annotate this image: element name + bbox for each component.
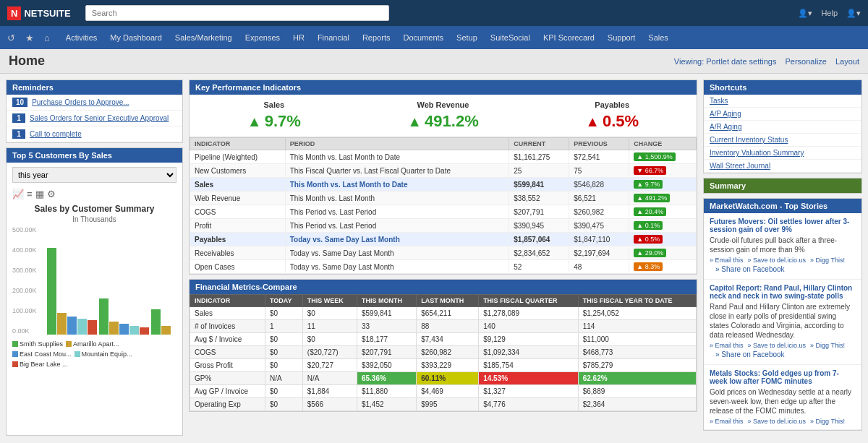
search-input[interactable]	[85, 5, 389, 21]
nav-financial[interactable]: Financial	[312, 29, 355, 46]
profile-icon[interactable]: 👤▾	[846, 9, 861, 18]
nav-sales[interactable]: Sales	[642, 29, 674, 46]
nav-sales-marketing[interactable]: Sales/Marketing	[169, 29, 238, 46]
fm-td-month: $392,050	[357, 359, 416, 372]
news-digg-3[interactable]: » Digg This!	[810, 418, 845, 425]
news-delicious-1[interactable]: » Save to del.icio.us	[748, 257, 807, 264]
news-actions-3: » Email this » Save to del.icio.us » Dig…	[710, 418, 856, 425]
bar-1-3	[67, 317, 77, 335]
nav-hr[interactable]: HR	[287, 29, 310, 46]
td-current: 52	[509, 260, 569, 274]
kpi-webrev: Web Revenue ▲491.2%	[359, 95, 528, 137]
change-badge: ▲ 491.2%	[634, 194, 670, 202]
star-icon[interactable]: ★	[22, 30, 37, 46]
td-previous: $260,982	[569, 205, 629, 219]
td-indicator: Payables	[190, 233, 286, 246]
table-row: Avg GP / Invoice $0 $1,884 $11,880 $4,46…	[190, 385, 697, 398]
reminder-link-3[interactable]: Call to complete	[30, 130, 82, 138]
chart-subtitle: In Thousands	[7, 215, 182, 223]
financial-metrics-table: INDICATOR TODAY THIS WEEK THIS MONTH LAS…	[190, 294, 697, 411]
news-title-3[interactable]: Metals Stocks: Gold edges up from 7-week…	[710, 369, 856, 385]
shortcut-inventory-valuation[interactable]: Inventory Valuation Summary	[704, 147, 861, 160]
fm-td-month: $18,177	[357, 333, 416, 346]
legend-item-4: Mountain Equip...	[75, 350, 132, 358]
kpi-webrev-value: ▲491.2%	[367, 112, 519, 131]
reminder-item-3[interactable]: 1 Call to complete	[7, 126, 182, 142]
reminder-badge-2: 1	[12, 113, 25, 123]
kpi-header: Key Performance Indicators	[190, 80, 697, 95]
chart-table-icon[interactable]: ≡	[27, 189, 33, 199]
refresh-icon[interactable]: ↺	[4, 30, 18, 46]
news-digg-1[interactable]: » Digg This!	[810, 257, 845, 264]
user-icon[interactable]: 👤▾	[798, 9, 812, 18]
shortcut-ap-aging[interactable]: A/P Aging	[704, 108, 861, 121]
news-share-facebook-2[interactable]: » Share on Facebook	[710, 349, 856, 360]
news-email-3[interactable]: » Email this	[710, 418, 744, 425]
legend-label-3: East Coast Mou...	[20, 350, 72, 358]
news-item-3: Metals Stocks: Gold edges up from 7-week…	[704, 365, 861, 430]
reminder-badge-3: 1	[12, 129, 25, 139]
legend-label-1: Smith Supplies	[20, 340, 63, 348]
news-digg-2[interactable]: » Digg This!	[810, 342, 845, 349]
fm-td-month: $599,841	[357, 307, 416, 320]
table-row: Avg $ / Invoice $0 $0 $18,177 $7,434 $9,…	[190, 333, 697, 346]
news-title-1[interactable]: Futures Movers: Oil settles lower after …	[710, 218, 856, 233]
news-email-1[interactable]: » Email this	[710, 257, 744, 264]
fm-td-ytd: 62.62%	[578, 372, 696, 385]
summary-header: Summary	[704, 179, 861, 193]
kpi-payables: Payables ▲0.5%	[527, 95, 697, 137]
td-period: Today vs. Same Day Last Month	[285, 233, 509, 246]
reminder-item-1[interactable]: 10 Purchase Orders to Approve...	[7, 95, 182, 111]
nav-suitesocial[interactable]: SuiteSocial	[485, 29, 536, 46]
fm-td-lastmonth: $654,211	[417, 307, 479, 320]
nav-support[interactable]: Support	[602, 29, 642, 46]
nav-setup[interactable]: Setup	[451, 29, 483, 46]
news-email-2[interactable]: » Email this	[710, 342, 744, 349]
nav-activities[interactable]: Activities	[60, 29, 103, 46]
reminder-link-2[interactable]: Sales Orders for Senior Executive Approv…	[30, 114, 169, 122]
change-badge: ▲ 1,500.9%	[634, 152, 675, 161]
nav-documents[interactable]: Documents	[397, 29, 449, 46]
fm-col-quarter: THIS FISCAL QUARTER	[479, 295, 579, 307]
chart-settings-icon[interactable]: ⚙	[47, 189, 56, 199]
fm-td-ytd: $11,000	[578, 333, 696, 346]
fm-td-indicator: # of Invoices	[190, 320, 265, 333]
viewing-label[interactable]: Viewing: Portlet date settings	[674, 57, 777, 66]
change-badge: ▲ 20.4%	[634, 207, 666, 216]
nav-reports[interactable]: Reports	[357, 29, 396, 46]
fm-td-indicator: GP%	[190, 372, 265, 385]
home-icon[interactable]: ⌂	[41, 30, 53, 46]
td-current: $599,841	[509, 178, 569, 192]
fm-td-indicator: Sales	[190, 307, 265, 320]
td-current: $1,161,275	[509, 150, 569, 164]
table-row: Receivables Today vs. Same Day Last Mont…	[190, 246, 697, 260]
nav-kpi-scorecard[interactable]: KPI Scorecard	[537, 29, 600, 46]
reminder-link-1[interactable]: Purchase Orders to Approve...	[32, 98, 129, 106]
nav-my-dashboard[interactable]: My Dashboard	[104, 29, 168, 46]
td-indicator: New Customers	[190, 164, 286, 178]
shortcut-inventory-status[interactable]: Current Inventory Status	[704, 134, 861, 147]
td-indicator: Profit	[190, 219, 286, 233]
chart-bar-icon[interactable]: ▦	[35, 189, 44, 199]
td-change: ▲ 20.4%	[629, 205, 697, 219]
chart-line-icon[interactable]: 📈	[12, 189, 24, 199]
table-row: COGS $0 ($20,727) $207,791 $260,982 $1,0…	[190, 346, 697, 359]
personalize-button[interactable]: Personalize	[785, 57, 826, 66]
news-share-facebook-1[interactable]: » Share on Facebook	[710, 264, 856, 275]
news-delicious-2[interactable]: » Save to del.icio.us	[748, 342, 807, 349]
td-current: $390,945	[509, 219, 569, 233]
top5-period-select[interactable]: this year	[12, 167, 176, 183]
reminder-item-2[interactable]: 1 Sales Orders for Senior Executive Appr…	[7, 111, 182, 126]
shortcut-ar-aging[interactable]: A/R Aging	[704, 121, 861, 134]
news-title-2[interactable]: Capitol Report: Rand Paul, Hillary Clint…	[710, 284, 856, 300]
y-label-3: 300.00K	[12, 267, 43, 274]
bar-1-1	[47, 248, 56, 335]
right-column: Shortcuts Tasks A/P Aging A/R Aging Curr…	[703, 79, 862, 436]
fm-td-quarter: $4,776	[479, 398, 579, 411]
fm-td-quarter: $185,754	[479, 359, 579, 372]
layout-button[interactable]: Layout	[835, 57, 859, 66]
shortcut-wsj[interactable]: Wall Street Journal	[704, 160, 861, 173]
shortcut-tasks[interactable]: Tasks	[704, 95, 861, 108]
nav-expenses[interactable]: Expenses	[239, 29, 286, 46]
news-delicious-3[interactable]: » Save to del.icio.us	[748, 418, 807, 425]
